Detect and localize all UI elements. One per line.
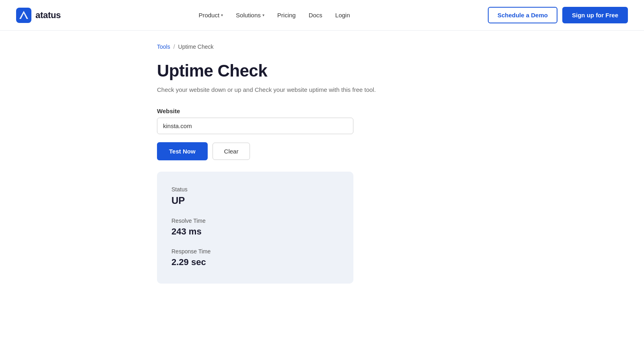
status-value: UP — [171, 195, 339, 206]
logo-icon — [16, 8, 31, 23]
main-content: Tools / Uptime Check Uptime Check Check … — [141, 31, 503, 308]
chevron-down-icon: ▾ — [262, 13, 264, 17]
breadcrumb-current: Uptime Check — [178, 44, 214, 50]
resolve-time-value: 243 ms — [171, 226, 339, 237]
logo-text: atatus — [35, 10, 61, 21]
website-form-group: Website — [157, 108, 487, 134]
test-now-button[interactable]: Test Now — [157, 142, 208, 160]
resolve-time-label: Resolve Time — [171, 218, 339, 224]
status-label: Status — [171, 186, 339, 193]
sign-up-button[interactable]: Sign up for Free — [562, 7, 628, 23]
nav-login[interactable]: Login — [335, 12, 350, 19]
website-label: Website — [157, 108, 487, 114]
nav-product[interactable]: Product ▾ — [198, 12, 223, 19]
page-title: Uptime Check — [157, 61, 487, 81]
button-row: Test Now Clear — [157, 142, 487, 160]
response-time-section: Response Time 2.29 sec — [171, 248, 339, 267]
response-time-value: 2.29 sec — [171, 257, 339, 267]
nav-solutions[interactable]: Solutions ▾ — [236, 12, 264, 19]
breadcrumb-separator: / — [173, 44, 175, 50]
breadcrumb: Tools / Uptime Check — [157, 44, 487, 50]
status-section: Status UP — [171, 186, 339, 206]
main-nav: Product ▾ Solutions ▾ Pricing Docs Login — [198, 12, 350, 19]
logo[interactable]: atatus — [16, 8, 61, 23]
nav-actions: Schedule a Demo Sign up for Free — [488, 7, 628, 23]
breadcrumb-tools-link[interactable]: Tools — [157, 44, 170, 50]
nav-docs[interactable]: Docs — [309, 12, 322, 19]
page-description: Check your website down or up and Check … — [157, 86, 487, 93]
schedule-demo-button[interactable]: Schedule a Demo — [488, 7, 557, 23]
clear-button[interactable]: Clear — [213, 143, 250, 160]
chevron-down-icon: ▾ — [221, 13, 223, 17]
resolve-time-section: Resolve Time 243 ms — [171, 218, 339, 237]
results-card: Status UP Resolve Time 243 ms Response T… — [157, 172, 353, 284]
header: atatus Product ▾ Solutions ▾ Pricing Doc… — [0, 0, 644, 31]
response-time-label: Response Time — [171, 248, 339, 255]
nav-pricing[interactable]: Pricing — [277, 12, 296, 19]
website-input[interactable] — [157, 118, 353, 134]
